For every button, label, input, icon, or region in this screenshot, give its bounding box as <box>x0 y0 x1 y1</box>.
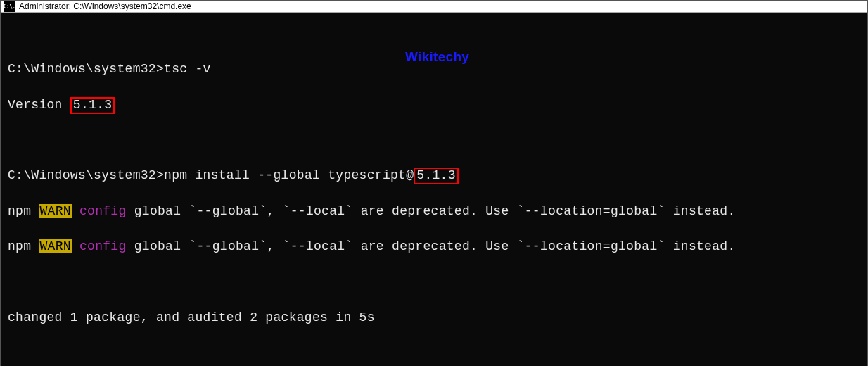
changed-text: changed 1 package, and audited 2 package… <box>8 310 375 324</box>
warn-badge: WARN <box>39 204 71 218</box>
deprecated-text: global `--global`, `--local` are depreca… <box>127 239 736 253</box>
terminal-output[interactable]: Wikitechy C:\Windows\system32>tsc -v Ver… <box>1 13 867 366</box>
terminal-line: C:\Windows\system32>npm install --global… <box>8 167 860 184</box>
prompt: C:\Windows\system32> <box>8 62 164 76</box>
version-label: Version <box>8 98 70 112</box>
highlighted-version: 5.1.3 <box>414 168 459 184</box>
watermark-text: Wikitechy <box>405 48 469 67</box>
cmd-icon: C:\. <box>4 1 15 12</box>
command-text: tsc -v <box>164 62 211 76</box>
window-title: Administrator: C:\Windows\system32\cmd.e… <box>19 1 191 11</box>
npm-word: npm <box>8 239 31 253</box>
config-word: config <box>79 239 127 253</box>
terminal-line: npm WARN config global `--global`, `--lo… <box>8 238 860 255</box>
cmd-window: C:\. Administrator: C:\Windows\system32\… <box>0 0 868 366</box>
terminal-line: npm WARN config global `--global`, `--lo… <box>8 203 860 220</box>
prompt: C:\Windows\system32> <box>8 168 164 182</box>
config-word: config <box>79 204 127 218</box>
warn-badge: WARN <box>39 239 71 253</box>
npm-word: npm <box>8 204 31 218</box>
blank-line <box>8 132 860 149</box>
blank-line <box>8 344 860 362</box>
window-titlebar[interactable]: C:\. Administrator: C:\Windows\system32\… <box>1 1 867 13</box>
deprecated-text: global `--global`, `--local` are depreca… <box>127 204 736 218</box>
blank-line <box>8 273 860 291</box>
command-text: npm install --global typescript@ <box>164 168 414 182</box>
terminal-line: Version 5.1.3 <box>8 96 860 114</box>
terminal-line: changed 1 package, and audited 2 package… <box>8 309 860 327</box>
highlighted-version: 5.1.3 <box>70 97 115 114</box>
